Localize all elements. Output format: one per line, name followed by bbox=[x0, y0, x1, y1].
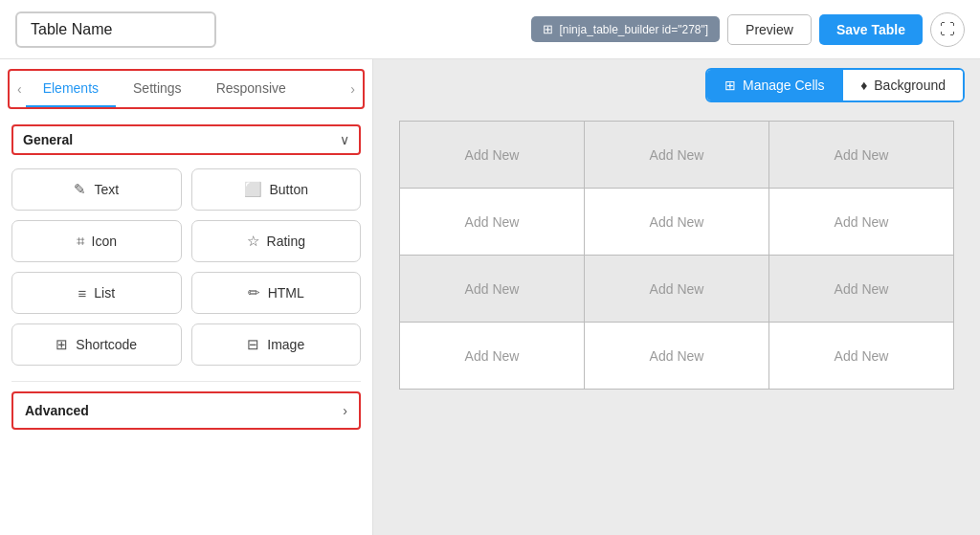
tab-left-chevron[interactable]: ‹ bbox=[13, 79, 26, 99]
table-row: Add New Add New Add New bbox=[400, 189, 954, 256]
general-section-title: General bbox=[23, 132, 73, 147]
table-row: Add New Add New Add New bbox=[400, 122, 954, 189]
general-section-chevron: ∨ bbox=[340, 132, 349, 147]
panel-toolbar: ⊞ Manage Cells ♦ Background bbox=[373, 59, 980, 111]
sidebar-content: General ∨ ✎ Text ⬜ Button ⌗ Icon bbox=[0, 117, 372, 535]
table-cell[interactable]: Add New bbox=[585, 323, 769, 390]
table-cell[interactable]: Add New bbox=[400, 189, 585, 256]
table-cell[interactable]: Add New bbox=[769, 256, 954, 323]
table-cell[interactable]: Add New bbox=[769, 323, 954, 390]
image-icon: ⊟ bbox=[247, 336, 259, 353]
element-image-button[interactable]: ⊟ Image bbox=[191, 323, 362, 366]
general-section-header[interactable]: General ∨ bbox=[11, 124, 361, 155]
text-icon: ✎ bbox=[74, 181, 86, 198]
shortcode-icon: ⊞ bbox=[543, 22, 553, 36]
rating-label: Rating bbox=[267, 234, 305, 249]
shortcode-badge: ⊞ [ninja_table_builder id="278"] bbox=[531, 16, 720, 42]
element-rating-button[interactable]: ☆ Rating bbox=[191, 220, 362, 262]
tab-elements[interactable]: Elements bbox=[26, 71, 116, 107]
table-row: Add New Add New Add New bbox=[400, 256, 954, 323]
tab-responsive[interactable]: Responsive bbox=[199, 71, 303, 107]
shortcode-el-icon: ⊞ bbox=[56, 336, 68, 353]
button-icon: ⬜ bbox=[244, 181, 262, 198]
button-label: Button bbox=[270, 182, 308, 197]
icon-icon: ⌗ bbox=[77, 233, 84, 250]
table-cell[interactable]: Add New bbox=[769, 189, 954, 256]
background-label: Background bbox=[874, 78, 946, 93]
tab-right-chevron[interactable]: › bbox=[346, 79, 359, 99]
html-icon: ✏ bbox=[248, 284, 260, 301]
element-icon-button[interactable]: ⌗ Icon bbox=[11, 220, 182, 262]
advanced-label: Advanced bbox=[25, 403, 89, 418]
table-row: Add New Add New Add New bbox=[400, 323, 954, 390]
element-shortcode-button[interactable]: ⊞ Shortcode bbox=[11, 323, 182, 366]
app-container: ⊞ [ninja_table_builder id="278"] Preview… bbox=[0, 0, 980, 535]
table-name-input[interactable] bbox=[15, 11, 216, 48]
background-button[interactable]: ♦ Background bbox=[843, 70, 963, 100]
table-wrapper: Add New Add New Add New Add New Add New … bbox=[373, 111, 980, 535]
top-bar-right: ⊞ [ninja_table_builder id="278"] Preview… bbox=[531, 12, 965, 47]
preview-button[interactable]: Preview bbox=[727, 14, 812, 45]
save-table-button[interactable]: Save Table bbox=[819, 14, 923, 45]
tabs-row: ‹ Elements Settings Responsive › bbox=[8, 69, 365, 109]
manage-cells-button[interactable]: ⊞ Manage Cells bbox=[707, 70, 842, 100]
toolbar-group: ⊞ Manage Cells ♦ Background bbox=[705, 68, 965, 102]
advanced-chevron: › bbox=[343, 403, 347, 418]
table-cell[interactable]: Add New bbox=[585, 189, 769, 256]
top-bar: ⊞ [ninja_table_builder id="278"] Preview… bbox=[0, 0, 980, 59]
elements-grid: ✎ Text ⬜ Button ⌗ Icon ☆ Rating bbox=[11, 168, 361, 366]
background-icon: ♦ bbox=[860, 78, 867, 93]
tab-settings[interactable]: Settings bbox=[116, 71, 199, 107]
preview-table: Add New Add New Add New Add New Add New … bbox=[399, 121, 954, 390]
manage-cells-label: Manage Cells bbox=[743, 78, 825, 93]
manage-cells-icon: ⊞ bbox=[724, 78, 736, 93]
table-cell[interactable]: Add New bbox=[769, 122, 954, 189]
right-panel: ⊞ Manage Cells ♦ Background Add New bbox=[373, 59, 980, 535]
list-label: List bbox=[94, 285, 115, 301]
element-button-button[interactable]: ⬜ Button bbox=[191, 168, 362, 211]
shortcode-text: [ninja_table_builder id="278"] bbox=[559, 23, 708, 36]
image-label: Image bbox=[267, 337, 304, 352]
element-html-button[interactable]: ✏ HTML bbox=[191, 272, 362, 314]
fullscreen-icon: ⛶ bbox=[940, 21, 955, 38]
rating-icon: ☆ bbox=[247, 233, 259, 250]
element-text-button[interactable]: ✎ Text bbox=[11, 168, 182, 211]
fullscreen-button[interactable]: ⛶ bbox=[930, 12, 965, 47]
table-cell[interactable]: Add New bbox=[400, 122, 585, 189]
sidebar: ‹ Elements Settings Responsive › General… bbox=[0, 59, 373, 535]
advanced-section[interactable]: Advanced › bbox=[11, 391, 361, 430]
element-list-button[interactable]: ≡ List bbox=[11, 272, 182, 314]
shortcode-el-label: Shortcode bbox=[76, 337, 137, 352]
icon-label: Icon bbox=[92, 234, 117, 249]
main-content: ‹ Elements Settings Responsive › General… bbox=[0, 59, 980, 535]
section-divider bbox=[11, 381, 361, 382]
table-cell[interactable]: Add New bbox=[585, 122, 769, 189]
table-cell[interactable]: Add New bbox=[400, 323, 585, 390]
html-label: HTML bbox=[268, 285, 304, 301]
text-label: Text bbox=[94, 182, 119, 197]
table-cell[interactable]: Add New bbox=[400, 256, 585, 323]
table-cell[interactable]: Add New bbox=[585, 256, 769, 323]
tabs-container: Elements Settings Responsive bbox=[26, 71, 347, 107]
list-icon: ≡ bbox=[78, 285, 86, 301]
